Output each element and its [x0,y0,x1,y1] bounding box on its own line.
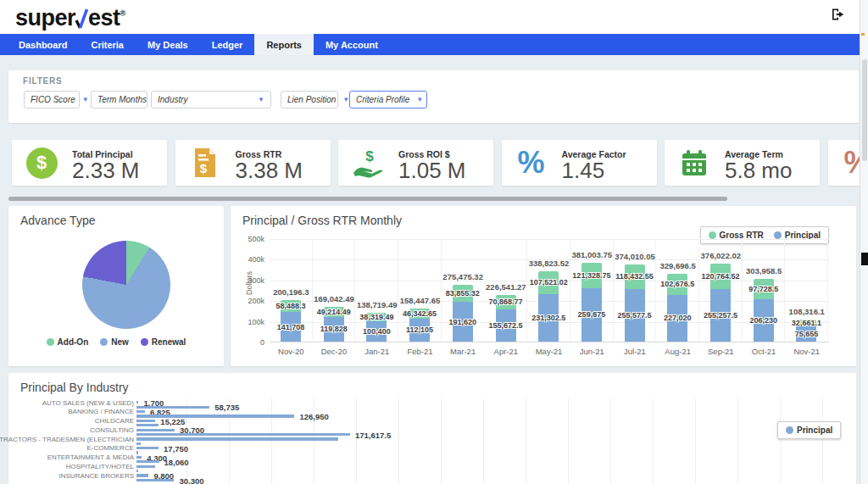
principal-segment[interactable]: 255,257.5 [710,289,731,342]
horizontal-scrollbar[interactable] [8,197,727,201]
gross-rtr-segment[interactable]: 118,432.55 [625,264,645,289]
kpi-card-average-factor[interactable]: %Average Factor1.45 [502,140,657,186]
industry-bar[interactable] [136,437,338,440]
nav-tab-dashboard[interactable]: Dashboard [7,34,79,55]
vertical-scrollbar-thumb[interactable] [862,59,867,161]
industry-chart-plot[interactable]: AUTO SALES (NEW & USED)1,70058,735BANKIN… [8,400,848,482]
filter-dropdown-term-months[interactable]: Term Months▼ [91,91,147,108]
supervest-logo[interactable]: superest® [15,5,125,31]
industry-bar[interactable] [136,479,174,481]
stacked-bar[interactable]: 120,764.52255,257.5 [710,264,731,342]
kpi-card-gross-roi-[interactable]: $Gross ROI $1.05 M [338,140,493,186]
gross-rtr-segment[interactable]: 58,488.3 [281,300,301,312]
gross-rtr-segment[interactable]: 107,521.02 [538,271,559,293]
advance-type-pie-chart[interactable] [82,241,170,329]
stacked-bar[interactable]: 97,728.5206,230 [754,279,774,342]
vertical-scrollbar[interactable] [860,0,868,484]
gross-rtr-segment[interactable]: 120,764.52 [710,264,731,288]
stacked-bar[interactable]: 107,521.02231,302.5 [538,271,559,342]
stacked-bar[interactable]: 70,868.77155,672.5 [496,295,516,342]
principal-segment[interactable]: 75,655 [796,326,816,342]
stacked-bar[interactable]: 83,855.32191,620 [453,285,473,342]
industry-bar[interactable] [136,401,138,403]
x-axis-tick: Jun-21 [570,347,614,356]
nav-tab-criteria[interactable]: Criteria [79,34,136,55]
industry-bar[interactable] [136,442,141,445]
principal-segment[interactable]: 231,302.5 [538,294,559,342]
stacked-bar[interactable]: 38,319.49100,400 [366,313,387,342]
industry-bar[interactable] [136,456,142,459]
gross-rtr-segment[interactable]: 121,328.75 [581,263,602,288]
principal-segment[interactable]: 255,577.5 [625,289,645,342]
advance-type-title: Advance Type [20,214,95,227]
nav-tab-reports[interactable]: Reports [254,34,314,55]
legend-item-add-on[interactable]: Add-On [47,337,89,347]
gross-rtr-value-label: 38,319.49 [359,313,393,321]
principal-segment[interactable]: 155,672.5 [496,309,516,342]
industry-bar[interactable] [136,433,350,436]
legend-item-new[interactable]: New [100,337,129,347]
legend-item-principal[interactable]: Principal [786,426,832,435]
stacked-bar[interactable]: 118,432.55255,577.5 [625,264,645,342]
industry-chart-legend[interactable]: Principal [777,421,841,439]
industry-bar[interactable] [136,424,159,426]
industry-bar[interactable] [136,470,138,472]
nav-tab-my-deals[interactable]: My Deals [136,34,200,55]
principal-segment[interactable]: 259,675 [581,288,602,342]
gross-rtr-segment[interactable]: 49,214.49 [324,307,344,317]
stacked-bar[interactable]: 46,342.65112,105 [409,309,430,342]
stacked-bar[interactable]: 32,661.175,655 [796,320,816,342]
principal-value-label: 191,620 [449,318,477,326]
y-axis-tick: 100k [248,318,264,326]
gross-rtr-segment[interactable]: 83,855.32 [453,285,473,302]
industry-bar[interactable] [136,451,138,453]
nav-tab-my-account[interactable]: My Account [314,34,390,55]
industry-bar[interactable] [136,474,148,476]
stacked-bar[interactable]: 58,488.3141,708 [281,300,301,342]
filter-dropdown-industry[interactable]: Industry▼ [151,91,271,108]
kpi-card-total-principal[interactable]: $Total Principal2.33 M [12,140,167,186]
total-value-label: 303,958.5 [746,266,782,275]
industry-row: 30,300 [8,478,848,482]
monthly-chart-plot[interactable]: Dollars 0100k200k300k400k500k58,488.3141… [270,239,829,342]
x-axis-tick: May-21 [527,347,570,356]
stacked-bar[interactable]: 121,328.75259,675 [581,263,602,342]
stacked-bar[interactable]: 102,676.5227,020 [667,274,687,342]
logout-icon[interactable] [831,8,844,21]
industry-bar[interactable] [136,406,209,409]
gross-rtr-segment[interactable]: 32,661.1 [796,320,816,326]
industry-bar[interactable] [136,465,155,468]
filter-dropdown-lien-position[interactable]: Lien Position▼ [281,91,338,108]
industry-bar[interactable] [136,429,175,431]
principal-segment[interactable]: 206,230 [754,299,774,342]
gross-rtr-value-label: 58,488.3 [275,302,305,310]
gross-rtr-segment[interactable]: 102,676.5 [667,274,687,295]
principal-segment[interactable]: 100,400 [366,321,387,342]
kpi-value: 1.05 M [398,158,466,184]
page: superest® DashboardCriteriaMy DealsLedge… [0,0,868,484]
kpi-card-gross-rtr[interactable]: $Gross RTR3.38 M [175,140,331,186]
stacked-bar[interactable]: 49,214.49119,828 [324,307,344,342]
x-axis-tick: Nov-20 [270,347,313,356]
filter-dropdown-criteria-profile[interactable]: Criteria Profile▼ [349,91,427,108]
legend-item-renewal[interactable]: Renewal [141,337,186,347]
principal-segment[interactable]: 119,828 [324,317,344,342]
principal-segment[interactable]: 227,020 [667,295,687,342]
kpi-card-average-term[interactable]: Average Term5.8 mo [665,140,820,186]
industry-bar[interactable] [136,447,159,449]
principal-segment[interactable]: 191,620 [453,302,473,342]
nav-tab-ledger[interactable]: Ledger [200,34,255,55]
industry-bar-track: 30,300 [136,478,840,482]
principal-segment[interactable]: 112,105 [409,319,430,342]
industry-bar[interactable] [136,460,159,463]
principal-segment[interactable]: 141,708 [281,312,301,342]
gross-rtr-segment[interactable]: 97,728.5 [754,279,774,299]
industry-bar[interactable] [136,410,145,413]
kpi-value: 3.38 M [236,158,303,184]
total-value-label: 226,541.27 [486,282,526,292]
gross-rtr-segment[interactable]: 46,342.65 [409,309,430,318]
filter-dropdown-fico-score[interactable]: FICO Score▼ [24,91,80,108]
gross-rtr-segment[interactable]: 70,868.77 [496,295,516,309]
industry-bar[interactable] [136,420,155,422]
gross-rtr-segment[interactable]: 38,319.49 [366,313,387,320]
